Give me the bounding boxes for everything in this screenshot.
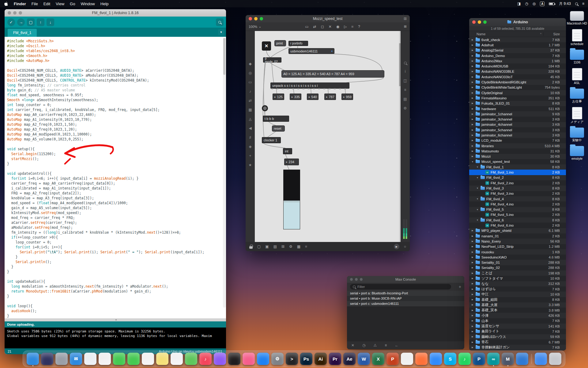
disclosure-triangle[interactable]: ▼ [471, 161, 474, 163]
reset-message[interactable]: reset [272, 125, 285, 132]
disclosure-triangle[interactable]: ▶ [471, 266, 474, 269]
file-row[interactable]: ▶6volt_check7 KB [469, 37, 566, 42]
menu-edit[interactable]: Edit [41, 2, 53, 6]
dock-system-preferences[interactable]: ⚙ [271, 353, 284, 365]
clocker-object[interactable]: clocker 1 [262, 137, 281, 143]
disclosure-triangle[interactable]: ▶ [471, 256, 474, 259]
file-row[interactable]: ▶nanami_012 KB [469, 233, 566, 239]
left-rail-icon-2[interactable]: ▭ [248, 80, 252, 84]
file-row[interactable]: ▶小澤426 KB [469, 313, 566, 318]
search-icon[interactable] [404, 62, 407, 64]
toolbar-icon-5[interactable]: ▷ [344, 25, 347, 29]
dock-app-store[interactable] [257, 353, 269, 365]
right-rail-icon-0[interactable]: i [405, 69, 406, 74]
file-row[interactable]: ▶Nano_Every56 KB [469, 239, 566, 244]
disclosure-triangle[interactable]: ▶ [471, 320, 474, 322]
file-row[interactable]: ▶基礎_大屋3.3 MB [469, 302, 566, 308]
left-rail-icon-3[interactable]: ♪ [249, 89, 251, 94]
file-row[interactable]: ▶基礎_実本3.8 MB [469, 308, 566, 313]
right-rail-icon-2[interactable]: ≡ [404, 88, 406, 92]
int-object[interactable]: int [283, 148, 292, 154]
disclosure-triangle[interactable]: ▶ [471, 325, 474, 328]
lock-patcher-icon[interactable] [249, 246, 253, 249]
dock-max[interactable]: M [502, 353, 514, 365]
add-filter-button[interactable]: + [459, 284, 461, 289]
file-row[interactable]: ▶ClydeBlinkWhiteTaskLight754 bytes [469, 85, 566, 90]
disclosure-triangle[interactable]: ▶ [471, 49, 474, 52]
console-toolbar-icon-1[interactable]: ◷ [362, 343, 365, 347]
number-box-A1[interactable]: ▸335 [290, 94, 301, 100]
dock-after-effects[interactable]: Ae [343, 353, 356, 365]
disclosure-triangle[interactable]: ▶ [471, 288, 474, 290]
disclosure-triangle[interactable]: ▶ [471, 65, 474, 67]
console-row[interactable]: serial • port a: Bluetooth-Incoming-Port [347, 291, 464, 296]
dock-arduino[interactable]: ∞ [487, 353, 499, 365]
toolbar-icon-2[interactable]: ◻ [321, 25, 324, 29]
input-source-icon[interactable]: A [540, 2, 545, 6]
bottom-toolbar-icon-2[interactable]: ▤ [273, 244, 277, 249]
open-sketch-button[interactable]: ↑ [37, 18, 44, 26]
disclosure-triangle[interactable]: ▶ [471, 145, 474, 147]
file-row[interactable]: ▶NeoPixel_LED_Strip1.2 MB [469, 244, 566, 249]
dock-reminders[interactable] [171, 353, 183, 365]
snap-grid-icon[interactable]: ⊞ [404, 25, 407, 29]
bottom-toolbar-icon-0[interactable]: ▢ [257, 244, 261, 249]
file-row[interactable]: ▼FM_6vol_68 KB [469, 217, 566, 223]
zoom-button[interactable] [260, 17, 263, 21]
file-row[interactable]: ▼FM_6vol_28 KB [469, 175, 566, 180]
disclosure-triangle[interactable]: ▶ [471, 240, 474, 243]
name-column-header[interactable]: Name [469, 32, 485, 36]
code-editor[interactable]: #include <MozziGuts.h>#include <Oscil.h>… [5, 37, 226, 318]
file-row[interactable]: ▶jaminator_3channel3 KB [469, 117, 566, 122]
dock-news[interactable] [243, 353, 255, 365]
disclosure-triangle[interactable]: ▶ [471, 92, 474, 94]
power-icon[interactable]: ○ [404, 244, 406, 249]
dock-powerpoint[interactable]: P [386, 353, 399, 365]
file-row[interactable]: ▶非接触体温計ガン7 KB [469, 345, 566, 350]
file-row[interactable]: ▼FM_6vol_18 KB [469, 164, 566, 170]
file-row[interactable]: ▶温度センサ141 KB [469, 324, 566, 329]
code-scrollbar[interactable] [223, 37, 226, 308]
disclosure-triangle[interactable]: ▼ [476, 209, 479, 211]
close-button[interactable] [350, 278, 353, 281]
disclosure-triangle[interactable]: ▶ [471, 150, 474, 152]
desktop-icon-1106[interactable]: 1106 [566, 50, 588, 64]
file-row[interactable]: ▶libraries510.4 MB [469, 143, 566, 148]
minimize-button[interactable] [478, 21, 481, 24]
file-row[interactable]: ▶Fukuda_3LED_018 KB [469, 101, 566, 106]
dock-maps[interactable] [185, 353, 197, 365]
toolbar-icon-7[interactable]: ? [358, 25, 360, 29]
bottom-toolbar-icon-4[interactable]: ⚙ [289, 244, 292, 249]
disclosure-triangle[interactable]: ▶ [471, 335, 474, 338]
dock-spotify[interactable]: ♪ [458, 353, 471, 365]
zoom-button[interactable] [360, 278, 363, 281]
dock-messages[interactable] [113, 353, 125, 365]
file-row[interactable]: ▶Seriality_01288 KB [469, 260, 566, 265]
disclosure-triangle[interactable]: ▶ [471, 304, 474, 306]
file-row[interactable]: ▶Arduino2Max1 MB [469, 58, 566, 63]
display-icon[interactable]: ◨ [517, 2, 521, 6]
disclosure-triangle[interactable]: ▶ [471, 314, 474, 317]
trigger-object[interactable]: t b b b [263, 116, 289, 122]
dock-podcasts[interactable] [214, 353, 226, 365]
dock-music[interactable]: ♪ [199, 353, 212, 365]
file-row[interactable]: ▶ソフトタイマ10 KB [469, 276, 566, 281]
desktop-icon-ASL[interactable]: ASL [566, 68, 588, 85]
dock-mail[interactable]: ✉ [70, 353, 82, 365]
file-row[interactable]: ▶ClydeOriginal10 KB [469, 90, 566, 95]
disclosure-triangle[interactable]: ▶ [471, 81, 474, 83]
file-row[interactable]: ▶Adafruit1.7 MB [469, 42, 566, 48]
disclosure-triangle[interactable]: ▶ [471, 118, 474, 121]
grid-toggle-icon[interactable]: ⊞ [404, 17, 407, 21]
dock-trash[interactable] [549, 353, 561, 365]
dock-firefox[interactable] [415, 353, 428, 365]
disclosure-triangle[interactable]: ▶ [471, 108, 474, 110]
dock-photos[interactable] [99, 353, 111, 365]
disclosure-triangle[interactable]: ▶ [471, 293, 474, 296]
dock-finder[interactable] [27, 353, 39, 365]
dock-excel[interactable]: X [372, 353, 384, 365]
file-row[interactable]: ▶FirmataMaxuino351 KB [469, 95, 566, 101]
desktop-icon-メディア[interactable]: メディア [566, 107, 588, 124]
disclosure-triangle[interactable]: ▶ [471, 261, 474, 264]
disclosure-triangle[interactable]: ▶ [471, 134, 474, 136]
